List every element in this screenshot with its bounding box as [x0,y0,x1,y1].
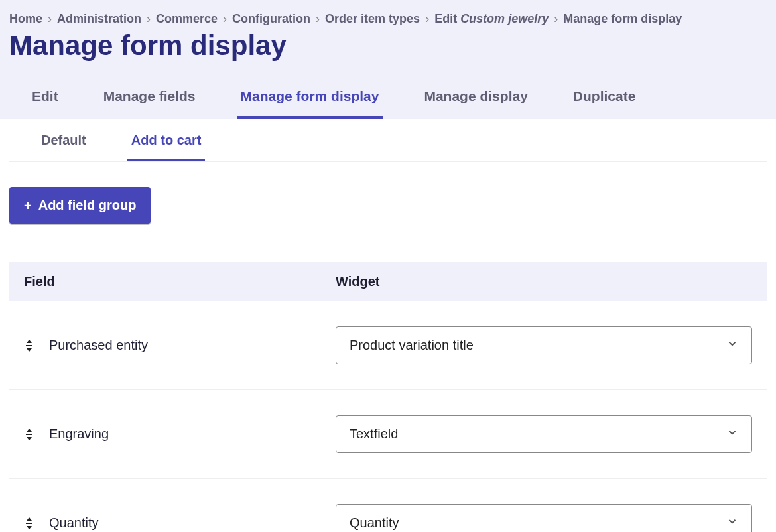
field-label: Engraving [49,427,336,442]
field-label: Quantity [49,515,336,531]
widget-select[interactable]: Quantity [336,504,752,532]
column-field: Field [24,274,336,289]
table-row: Purchased entity Product variation title [9,301,767,390]
primary-tabs: Edit Manage fields Manage form display M… [0,79,776,119]
drag-handle-icon[interactable] [24,429,49,440]
chevron-right-icon: › [147,12,151,26]
table-row: Engraving Textfield [9,390,767,479]
widget-select[interactable]: Textfield [336,415,752,453]
secondary-tabs: Default Add to cart [9,119,767,162]
breadcrumb-current: Manage form display [563,12,682,26]
column-widget: Widget [336,274,752,289]
breadcrumb-item[interactable]: Commerce [156,12,218,26]
drag-handle-icon[interactable] [24,517,49,529]
chevron-down-icon [726,427,738,442]
tab-manage-form-display[interactable]: Manage form display [237,79,383,119]
chevron-right-icon: › [48,12,52,26]
subtab-add-to-cart[interactable]: Add to cart [127,119,206,161]
add-field-group-button[interactable]: + Add field group [9,187,151,224]
tab-edit[interactable]: Edit [28,79,62,119]
page-title: Manage form display [9,31,767,60]
table-row: Quantity Quantity [9,479,767,532]
breadcrumb-item[interactable]: Order item types [325,12,420,26]
tab-duplicate[interactable]: Duplicate [569,79,640,119]
subtab-default[interactable]: Default [37,119,90,161]
breadcrumb-item[interactable]: Configuration [232,12,310,26]
chevron-right-icon: › [223,12,227,26]
breadcrumb-item[interactable]: Home [9,12,42,26]
breadcrumb-item[interactable]: Administration [57,12,141,26]
chevron-down-icon [726,515,738,531]
field-label: Purchased entity [49,338,336,353]
chevron-right-icon: › [425,12,429,26]
field-display-table: Field Widget Purchased entity Product va… [9,262,767,532]
tab-manage-fields[interactable]: Manage fields [99,79,200,119]
chevron-right-icon: › [554,12,558,26]
drag-handle-icon[interactable] [24,340,49,352]
add-field-group-label: Add field group [38,198,137,213]
chevron-right-icon: › [316,12,320,26]
widget-value: Textfield [350,427,398,442]
table-header: Field Widget [9,262,767,301]
breadcrumb: Home › Administration › Commerce › Confi… [0,0,776,29]
plus-icon: + [24,199,32,212]
widget-value: Quantity [350,515,399,531]
tab-manage-display[interactable]: Manage display [420,79,531,119]
widget-value: Product variation title [350,338,474,353]
widget-select[interactable]: Product variation title [336,326,752,364]
breadcrumb-item[interactable]: Edit Custom jewelry [434,12,549,26]
chevron-down-icon [726,338,738,353]
